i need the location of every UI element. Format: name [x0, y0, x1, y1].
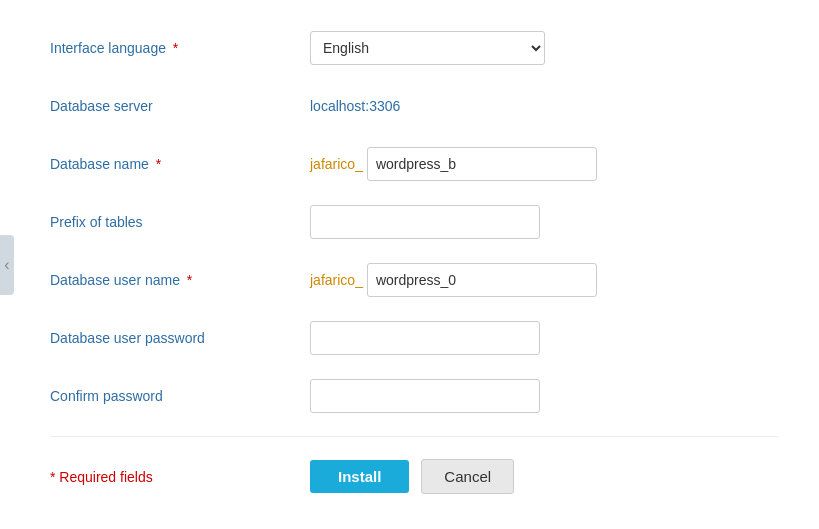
database-user-name-prefix: jafarico_: [310, 272, 363, 288]
prefix-tables-input[interactable]: [310, 205, 540, 239]
required-star-username: *: [183, 272, 192, 288]
database-user-name-input[interactable]: [367, 263, 597, 297]
confirm-password-input[interactable]: [310, 379, 540, 413]
confirm-password-row: Confirm password: [50, 378, 779, 414]
database-user-password-input[interactable]: [310, 321, 540, 355]
database-name-row: Database name * jafarico_: [50, 146, 779, 182]
buttons-group: Install Cancel: [310, 459, 514, 494]
database-name-label: Database name *: [50, 156, 310, 172]
form-divider: [50, 436, 779, 437]
prefix-tables-row: Prefix of tables: [50, 204, 779, 240]
database-name-input[interactable]: [367, 147, 597, 181]
database-server-label: Database server: [50, 98, 310, 114]
sidebar-toggle[interactable]: [0, 235, 14, 295]
database-user-name-group: jafarico_: [310, 263, 597, 297]
database-user-name-label: Database user name *: [50, 272, 310, 288]
database-name-group: jafarico_: [310, 147, 597, 181]
interface-language-label: Interface language *: [50, 40, 310, 56]
required-fields-note: * Required fields: [50, 469, 153, 485]
cancel-button[interactable]: Cancel: [421, 459, 514, 494]
database-server-value: localhost:3306: [310, 98, 400, 114]
interface-language-row: Interface language * English French Span…: [50, 30, 779, 66]
form-inner: Interface language * English French Span…: [50, 30, 779, 494]
required-star-dbname: *: [152, 156, 161, 172]
confirm-password-label: Confirm password: [50, 388, 310, 404]
database-user-password-label: Database user password: [50, 330, 310, 346]
prefix-tables-label: Prefix of tables: [50, 214, 310, 230]
required-note-container: * Required fields: [50, 468, 310, 486]
form-container: Interface language * English French Span…: [0, 0, 819, 529]
database-user-password-row: Database user password: [50, 320, 779, 356]
database-user-name-row: Database user name * jafarico_: [50, 262, 779, 298]
footer-row: * Required fields Install Cancel: [50, 459, 779, 494]
required-star-language: *: [169, 40, 178, 56]
install-button[interactable]: Install: [310, 460, 409, 493]
interface-language-select[interactable]: English French Spanish German Italian: [310, 31, 545, 65]
database-name-prefix: jafarico_: [310, 156, 363, 172]
database-server-row: Database server localhost:3306: [50, 88, 779, 124]
